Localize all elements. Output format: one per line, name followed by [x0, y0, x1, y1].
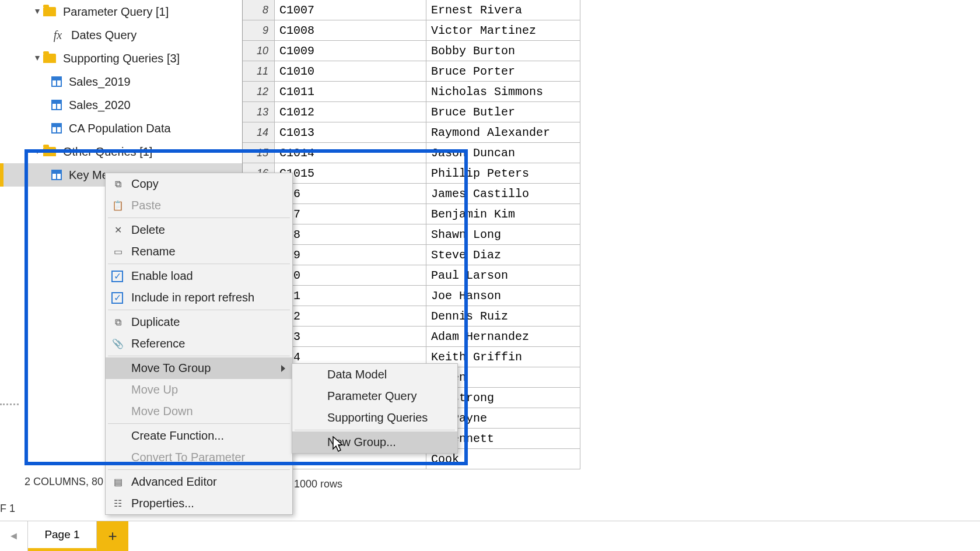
query-label: Dates Query: [71, 29, 136, 42]
collapse-icon[interactable]: [35, 9, 40, 14]
menu-delete[interactable]: ✕ Delete: [106, 219, 292, 241]
cell-name[interactable]: Ernest Rivera: [426, 0, 580, 20]
submenu-new-group[interactable]: New Group...: [292, 431, 457, 453]
cell-id[interactable]: C1009: [275, 41, 426, 61]
cell-name[interactable]: Bruce Porter: [426, 61, 580, 81]
query-sales-2019[interactable]: Sales_2019: [0, 70, 242, 93]
properties-icon: ☷: [111, 497, 124, 510]
cell-id[interactable]: C1014: [275, 143, 426, 163]
query-sales-2020[interactable]: Sales_2020: [0, 93, 242, 117]
table-row[interactable]: 022Dennis Ruiz: [243, 306, 580, 327]
table-row[interactable]: 018Shawn Long: [243, 224, 580, 245]
menu-move-down: Move Down: [106, 401, 292, 422]
cell-name[interactable]: Jason Duncan: [426, 143, 580, 163]
menu-convert-to-parameter: Convert To Parameter: [106, 447, 292, 468]
table-row[interactable]: 017Benjamin Kim: [243, 204, 580, 224]
menu-separator: [108, 217, 290, 218]
table-row[interactable]: 13C1012Bruce Butler: [243, 102, 580, 122]
table-row[interactable]: 8C1007Ernest Rivera: [243, 0, 580, 20]
add-page-button[interactable]: +: [97, 521, 128, 551]
table-row[interactable]: 023Adam Hernandez: [243, 327, 580, 347]
table-row[interactable]: 14C1013Raymond Alexander: [243, 122, 580, 143]
menu-duplicate[interactable]: ⧉ Duplicate: [106, 311, 292, 333]
cell-id[interactable]: C1008: [275, 20, 426, 40]
query-dates[interactable]: fx Dates Query: [0, 23, 242, 47]
table-row[interactable]: 15C1014Jason Duncan: [243, 143, 580, 163]
cell-id[interactable]: 016: [275, 184, 426, 203]
collapse-icon[interactable]: [35, 149, 40, 154]
menu-include-refresh[interactable]: ✓ Include in report refresh: [106, 287, 292, 308]
cell-name[interactable]: Bruce Butler: [426, 102, 580, 122]
cell-name[interactable]: Dennis Ruiz: [426, 306, 580, 326]
cell-id[interactable]: 020: [275, 265, 426, 285]
cell-name[interactable]: James Castillo: [426, 184, 580, 203]
query-ca-population[interactable]: CA Population Data: [0, 117, 242, 140]
page-tab-1[interactable]: Page 1: [28, 521, 97, 551]
cell-id[interactable]: 023: [275, 327, 426, 346]
cell-id[interactable]: 021: [275, 286, 426, 306]
cell-name[interactable]: Victor Martinez: [426, 20, 580, 40]
status-bar-left: 2 COLUMNS, 80: [0, 473, 103, 490]
checkbox-icon: ✓: [111, 271, 123, 282]
table-row[interactable]: 9C1008Victor Martinez: [243, 20, 580, 41]
submenu-parameter-query[interactable]: Parameter Query: [292, 385, 457, 407]
editor-icon: ▤: [111, 476, 124, 489]
reference-icon: 📎: [111, 338, 124, 350]
cell-id[interactable]: C1015: [275, 163, 426, 183]
table-row[interactable]: 020Paul Larson: [243, 265, 580, 286]
cell-name[interactable]: Shawn Long: [426, 224, 580, 244]
move-to-group-submenu: Data Model Parameter Query Supporting Qu…: [292, 363, 458, 454]
cell-id[interactable]: C1013: [275, 122, 426, 142]
cell-name[interactable]: Phillip Peters: [426, 163, 580, 183]
menu-separator: [108, 310, 290, 310]
folder-parameter-query[interactable]: Parameter Query [1]: [0, 0, 242, 23]
query-label: Sales_2019: [69, 75, 131, 89]
menu-properties[interactable]: ☷ Properties...: [106, 493, 292, 514]
cell-id[interactable]: C1010: [275, 61, 426, 81]
table-row[interactable]: 12C1011Nicholas Simmons: [243, 82, 580, 102]
cell-name[interactable]: Benjamin Kim: [426, 204, 580, 224]
menu-reference[interactable]: 📎 Reference: [106, 333, 292, 355]
status-bar-right: 1000 rows: [294, 478, 342, 490]
row-number: 8: [243, 0, 275, 20]
row-number: 11: [243, 61, 275, 81]
menu-advanced-editor[interactable]: ▤ Advanced Editor: [106, 471, 292, 493]
query-label: Sales_2020: [69, 99, 131, 112]
cell-name[interactable]: Raymond Alexander: [426, 122, 580, 142]
cell-id[interactable]: 018: [275, 224, 426, 244]
paste-icon: 📋: [111, 199, 124, 212]
table-row[interactable]: 019Steve Diaz: [243, 245, 580, 265]
cell-id[interactable]: C1007: [275, 0, 426, 20]
splitter-dots[interactable]: [0, 403, 19, 405]
cell-name[interactable]: Bobby Burton: [426, 41, 580, 61]
row-number: 12: [243, 82, 275, 101]
status-f1: F 1: [0, 503, 15, 515]
folder-other-queries[interactable]: Other Queries [1]: [0, 140, 242, 163]
table-row[interactable]: 16C1015Phillip Peters: [243, 163, 580, 184]
table-row[interactable]: 016James Castillo: [243, 184, 580, 204]
cell-id[interactable]: 019: [275, 245, 426, 265]
menu-rename[interactable]: ▭ Rename: [106, 241, 292, 262]
cell-name[interactable]: Steve Diaz: [426, 245, 580, 265]
cell-id[interactable]: C1012: [275, 102, 426, 122]
collapse-icon[interactable]: [35, 56, 40, 61]
cell-id[interactable]: 022: [275, 306, 426, 326]
cell-name[interactable]: Paul Larson: [426, 265, 580, 285]
cell-id[interactable]: C1011: [275, 82, 426, 101]
cell-name[interactable]: Joe Hanson: [426, 286, 580, 306]
menu-create-function[interactable]: Create Function...: [106, 425, 292, 447]
table-row[interactable]: 10C1009Bobby Burton: [243, 41, 580, 61]
cell-name[interactable]: Adam Hernandez: [426, 327, 580, 346]
tab-prev-button[interactable]: ◄: [0, 521, 28, 551]
cell-name[interactable]: Nicholas Simmons: [426, 82, 580, 101]
menu-move-to-group[interactable]: Move To Group: [106, 357, 292, 379]
submenu-data-model[interactable]: Data Model: [292, 364, 457, 385]
delete-icon: ✕: [111, 224, 124, 237]
menu-copy[interactable]: ⧉ Copy: [106, 173, 292, 195]
menu-enable-load[interactable]: ✓ Enable load: [106, 265, 292, 287]
table-row[interactable]: 11C1010Bruce Porter: [243, 61, 580, 82]
submenu-supporting-queries[interactable]: Supporting Queries: [292, 407, 457, 429]
cell-id[interactable]: 017: [275, 204, 426, 224]
table-row[interactable]: 021Joe Hanson: [243, 286, 580, 306]
folder-supporting-queries[interactable]: Supporting Queries [3]: [0, 47, 242, 70]
